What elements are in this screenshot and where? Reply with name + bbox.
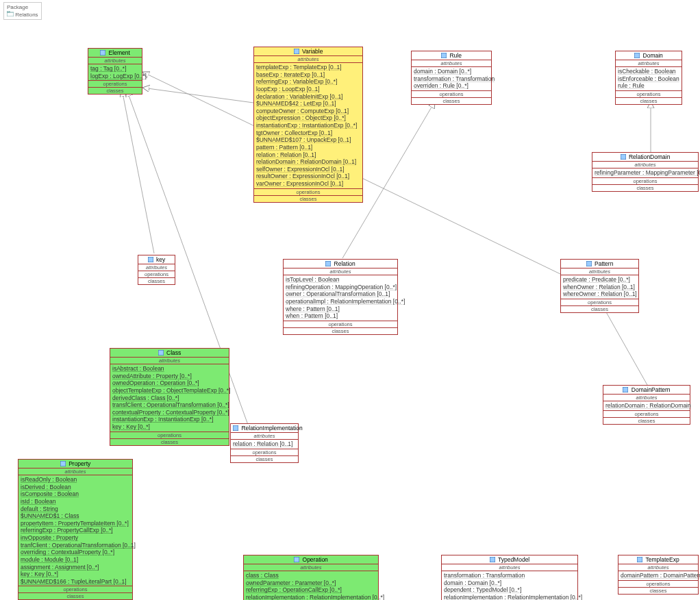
svg-rect-20 [60,461,66,466]
classes-label: classes [254,196,362,202]
classes-label: classes [616,98,682,104]
attributes-list: refiningParameter : MappingParameter [0.… [592,168,698,178]
svg-line-1 [122,90,154,253]
svg-rect-9 [100,50,105,55]
svg-rect-16 [586,261,592,266]
class-domainpattern[interactable]: DomainPattern attributes relationDomain … [603,385,690,425]
classes-label: classes [18,593,132,599]
classes-label: classes [618,588,698,594]
class-rule[interactable]: Rule attributes domain : Domain [0..*] t… [411,51,492,105]
attributes-list: class : Class ownedParameter : Parameter… [244,571,378,600]
class-header: Class [110,349,229,358]
operations-label: operations [592,178,698,185]
attributes-list: isTopLevel : Boolean refiningOperation :… [284,275,397,321]
attributes-list: domain : Domain [0..*] transformation : … [412,67,491,91]
svg-rect-17 [158,350,164,355]
attributes-label: attributes [412,60,491,67]
attributes-label: attributes [592,162,698,168]
class-icon [158,350,164,355]
class-header: DomainPattern [603,386,690,395]
class-icon [623,387,628,392]
operations-label: operations [254,189,362,196]
class-key[interactable]: key attributes operations classes [138,255,175,285]
attributes-label: attributes [110,358,229,364]
attributes-list: tag : Tag [0..*] logExp : LogExp [0..*] [88,64,142,81]
class-icon [441,53,447,58]
attributes-list: isCheckable : Boolean isEnforceable : Bo… [616,67,682,91]
svg-rect-15 [325,261,331,266]
class-icon [60,461,66,466]
attributes-label: attributes [231,433,298,440]
class-header: Element [88,49,142,58]
svg-rect-19 [623,387,628,392]
svg-rect-21 [294,557,299,562]
class-header: TypedModel [442,555,577,564]
attributes-list: relation : Relation [0..1] [231,440,298,449]
class-icon [586,261,592,266]
attributes-label: attributes [18,468,132,475]
package-header: Package Relations [3,2,42,20]
classes-label: classes [284,328,397,334]
class-typedmodel[interactable]: TypedModel attributes transformation : T… [441,555,578,600]
class-header: Relation [284,260,397,268]
package-label: Package [7,4,38,11]
class-class[interactable]: Class attributes isAbstract : Boolean ow… [110,348,229,446]
svg-rect-23 [637,557,642,562]
class-header: Domain [616,51,682,60]
operations-label: operations [110,432,229,439]
svg-rect-14 [148,257,153,262]
classes-label: classes [110,439,229,445]
class-icon [100,50,105,55]
operations-label: operations [18,586,132,593]
class-header: Operation [244,555,378,564]
class-header: RelationDomain [592,153,698,162]
attributes-label: attributes [284,268,397,275]
class-relation[interactable]: Relation attributes isTopLevel : Boolean… [283,259,398,335]
class-pattern[interactable]: Pattern attributes predicate : Predicate… [560,259,639,313]
class-icon [294,49,299,54]
svg-rect-7 [7,12,14,16]
svg-rect-22 [490,557,495,562]
attributes-list: predicate : Predicate [0..*] whenOwner :… [561,275,638,299]
attributes-label: attributes [88,58,142,64]
class-icon [490,557,495,562]
class-header: Property [18,460,132,468]
attributes-list: isReadOnly : Boolean isDerived : Boolean… [18,475,132,586]
operations-label: operations [618,581,698,588]
operations-label: operations [616,91,682,98]
class-element[interactable]: Element attributes tag : Tag [0..*] logE… [88,48,142,95]
svg-line-0 [142,88,253,103]
class-domain[interactable]: Domain attributes isCheckable : Boolean … [615,51,682,105]
class-templateexp[interactable]: TemplateExp attributes domainPattern : D… [618,555,699,595]
svg-rect-10 [294,49,299,54]
class-icon [637,557,642,562]
attributes-label: attributes [442,564,577,571]
class-header: key [138,255,175,264]
svg-rect-8 [7,11,10,12]
classes-label: classes [561,306,638,312]
svg-rect-12 [634,53,640,58]
operations-label: operations [88,81,142,88]
classes-label: classes [88,88,142,94]
class-icon [325,261,331,266]
class-variable[interactable]: Variable attributes templateExp : Templa… [253,47,363,203]
class-property[interactable]: Property attributes isReadOnly : Boolean… [18,459,133,600]
svg-rect-13 [621,154,626,160]
class-icon [621,154,626,160]
attributes-list: templateExp : TemplateExp [0..1] baseExp… [254,63,362,189]
package-icon [7,11,14,16]
class-header: Rule [412,51,491,60]
classes-label: classes [231,456,298,462]
attributes-label: attributes [616,60,682,67]
operations-label: operations [603,411,690,418]
class-header: Pattern [561,260,638,268]
operations-label: operations [412,91,491,98]
svg-rect-18 [233,425,238,431]
class-relationimplementation[interactable]: RelationImplementation attributes relati… [230,423,299,463]
class-operation[interactable]: Operation attributes class : Class owned… [243,555,379,600]
class-header: TemplateExp [618,555,698,564]
attributes-list: transformation : Transformation domain :… [442,571,577,600]
operations-label: operations [284,321,397,328]
class-relationdomain[interactable]: RelationDomain attributes refiningParame… [592,152,699,192]
class-icon [233,425,238,431]
